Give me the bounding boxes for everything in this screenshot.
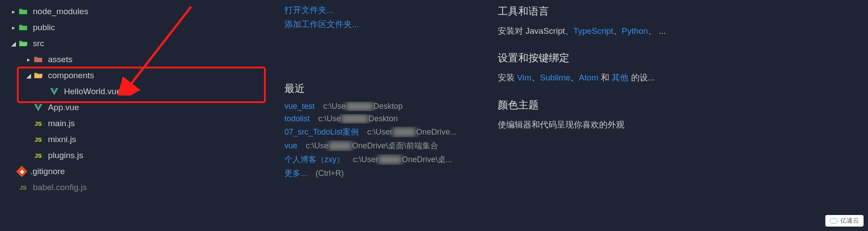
recent-path: c:\UsexxxxxxDeskton bbox=[318, 114, 398, 123]
recent-path: c:\UsexxxxxOneDrive\桌面\前端集合 bbox=[306, 141, 438, 150]
file-explorer: ▸ node_modules ▸ public ◢ src ▸ assets ◢… bbox=[0, 0, 271, 231]
recent-item[interactable]: 07_src_TodoList案例 c:\UserxxxxxOneDrive..… bbox=[284, 127, 489, 137]
tree-folder-node-modules[interactable]: ▸ node_modules bbox=[0, 4, 271, 20]
tree-file-babelconfig[interactable]: ▸ JS babel.config.js bbox=[0, 179, 271, 195]
folder-open-icon bbox=[33, 70, 44, 81]
recent-more[interactable]: 更多... (Ctrl+R) bbox=[284, 168, 489, 179]
js-icon: JS bbox=[33, 134, 44, 145]
add-workspace-folder-link[interactable]: 添加工作区文件夹... bbox=[284, 19, 489, 30]
folder-icon bbox=[18, 22, 28, 33]
welcome-right-column: 工具和语言 安装对 JavaScript、TypeScript、Python、 … bbox=[489, 4, 855, 227]
tree-label: node_modules bbox=[33, 7, 88, 16]
chevron-down-icon: ◢ bbox=[24, 72, 33, 79]
tree-label: plugins.js bbox=[48, 151, 83, 160]
recent-path: c:\UsexxxxxxDesktop bbox=[323, 102, 403, 111]
settings-section-title: 设置和按键绑定 bbox=[498, 51, 855, 65]
tree-file-pluginsjs[interactable]: ▸ JS plugins.js bbox=[0, 147, 271, 163]
sublime-link[interactable]: Sublime bbox=[540, 73, 571, 82]
tree-folder-components[interactable]: ◢ components bbox=[0, 68, 271, 84]
tree-file-helloworld[interactable]: ▸ HelloWorld.vue bbox=[0, 84, 271, 100]
open-folder-link[interactable]: 打开文件夹... bbox=[284, 4, 489, 16]
chevron-down-icon: ◢ bbox=[9, 40, 18, 47]
js-icon: JS bbox=[33, 118, 44, 129]
more-link: 更多... bbox=[284, 169, 307, 178]
atom-link[interactable]: Atom bbox=[579, 73, 598, 82]
tree-label: components bbox=[48, 71, 94, 80]
python-link[interactable]: Python bbox=[622, 26, 648, 36]
watermark-text: 亿速云 bbox=[840, 217, 859, 225]
js-icon: JS bbox=[18, 182, 28, 193]
chevron-right-icon: ▸ bbox=[24, 56, 33, 63]
js-icon: JS bbox=[33, 150, 44, 161]
recent-name: 个人博客（zxy） bbox=[284, 155, 344, 164]
typescript-link[interactable]: TypeScript bbox=[573, 26, 613, 36]
cloud-icon bbox=[830, 218, 838, 223]
recent-name: 07_src_TodoList案例 bbox=[284, 127, 359, 136]
vim-link[interactable]: Vim bbox=[517, 73, 531, 82]
folder-open-icon bbox=[18, 38, 28, 49]
vue-icon bbox=[49, 86, 60, 97]
tree-label: .gitignore bbox=[30, 167, 65, 176]
recent-item[interactable]: 个人博客（zxy） c:\UserxxxxxOneDrive\桌... bbox=[284, 154, 489, 165]
more-shortcut: (Ctrl+R) bbox=[316, 169, 344, 178]
recent-name: vue_test bbox=[284, 102, 315, 111]
tree-folder-assets[interactable]: ▸ assets bbox=[0, 52, 271, 68]
git-icon: ◆ bbox=[16, 166, 27, 177]
tree-label: babel.config.js bbox=[33, 183, 87, 192]
tree-file-appvue[interactable]: ▸ App.vue bbox=[0, 100, 271, 116]
tree-label: App.vue bbox=[48, 103, 79, 112]
tree-folder-public[interactable]: ▸ public bbox=[0, 20, 271, 36]
theme-section-title: 颜色主题 bbox=[498, 98, 855, 112]
tree-label: HelloWorld.vue bbox=[64, 87, 121, 96]
tree-file-mainjs[interactable]: ▸ JS main.js bbox=[0, 116, 271, 131]
tree-label: public bbox=[33, 23, 55, 32]
other-keymap-link[interactable]: 其他 bbox=[612, 73, 628, 82]
chevron-right-icon: ▸ bbox=[9, 8, 18, 15]
folder-icon bbox=[18, 6, 28, 17]
tools-section-title: 工具和语言 bbox=[498, 4, 855, 18]
recent-item[interactable]: vue_test c:\UsexxxxxxDesktop bbox=[284, 102, 489, 111]
tree-file-mixnijs[interactable]: ▸ JS mixni.js bbox=[0, 131, 271, 147]
recent-item[interactable]: todolist c:\UsexxxxxxDeskton bbox=[284, 114, 489, 123]
chevron-right-icon: ▸ bbox=[9, 24, 18, 31]
recent-name: todolist bbox=[284, 114, 310, 123]
recent-item[interactable]: vue c:\UsexxxxxOneDrive\桌面\前端集合 bbox=[284, 140, 489, 151]
tools-text: 安装对 JavaScript、TypeScript、Python、 ... bbox=[498, 24, 855, 38]
tree-label: src bbox=[33, 39, 44, 48]
recent-path: c:\UserxxxxxOneDrive... bbox=[367, 127, 456, 136]
welcome-left-column: 打开文件夹... 添加工作区文件夹... 最近 vue_test c:\Usex… bbox=[284, 4, 489, 227]
tree-file-gitignore[interactable]: ▸ ◆ .gitignore bbox=[0, 163, 271, 179]
tree-label: mixni.js bbox=[48, 135, 76, 144]
theme-text: 使编辑器和代码呈现你喜欢的外观 bbox=[498, 118, 855, 131]
recent-path: c:\UserxxxxxOneDrive\桌... bbox=[353, 155, 452, 164]
vue-icon bbox=[33, 102, 44, 113]
welcome-page: 打开文件夹... 添加工作区文件夹... 最近 vue_test c:\Usex… bbox=[271, 0, 868, 231]
tree-folder-src[interactable]: ◢ src bbox=[0, 36, 271, 52]
tree-label: main.js bbox=[48, 119, 75, 128]
folder-icon bbox=[33, 54, 44, 65]
watermark: 亿速云 bbox=[825, 215, 864, 227]
settings-text: 安装 Vim、Sublime、Atom 和 其他 的设... bbox=[498, 71, 855, 84]
recent-section-title: 最近 bbox=[284, 82, 489, 96]
tree-label: assets bbox=[48, 55, 72, 64]
recent-name: vue bbox=[284, 141, 297, 150]
